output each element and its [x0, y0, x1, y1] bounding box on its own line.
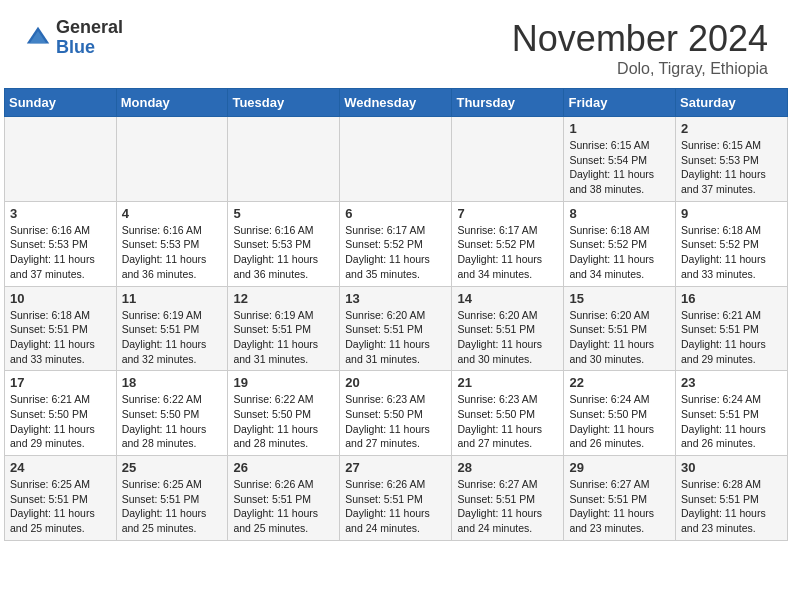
day-info: Sunrise: 6:18 AMSunset: 5:52 PMDaylight:…: [681, 223, 782, 282]
calendar-day-cell: 8Sunrise: 6:18 AMSunset: 5:52 PMDaylight…: [564, 201, 676, 286]
day-info: Sunrise: 6:17 AMSunset: 5:52 PMDaylight:…: [457, 223, 558, 282]
calendar-week-row: 1Sunrise: 6:15 AMSunset: 5:54 PMDaylight…: [5, 117, 788, 202]
calendar-day-cell: 13Sunrise: 6:20 AMSunset: 5:51 PMDayligh…: [340, 286, 452, 371]
day-info: Sunrise: 6:24 AMSunset: 5:51 PMDaylight:…: [681, 392, 782, 451]
calendar-day-cell: 12Sunrise: 6:19 AMSunset: 5:51 PMDayligh…: [228, 286, 340, 371]
calendar-day-cell: 14Sunrise: 6:20 AMSunset: 5:51 PMDayligh…: [452, 286, 564, 371]
day-info: Sunrise: 6:24 AMSunset: 5:50 PMDaylight:…: [569, 392, 670, 451]
day-number: 14: [457, 291, 558, 306]
calendar-day-cell: [452, 117, 564, 202]
calendar-day-cell: 23Sunrise: 6:24 AMSunset: 5:51 PMDayligh…: [676, 371, 788, 456]
day-number: 21: [457, 375, 558, 390]
calendar-wrap: Sunday Monday Tuesday Wednesday Thursday…: [0, 88, 792, 545]
calendar-day-cell: 7Sunrise: 6:17 AMSunset: 5:52 PMDaylight…: [452, 201, 564, 286]
calendar-day-cell: 11Sunrise: 6:19 AMSunset: 5:51 PMDayligh…: [116, 286, 228, 371]
day-info: Sunrise: 6:22 AMSunset: 5:50 PMDaylight:…: [233, 392, 334, 451]
calendar-day-cell: 1Sunrise: 6:15 AMSunset: 5:54 PMDaylight…: [564, 117, 676, 202]
day-number: 3: [10, 206, 111, 221]
day-number: 13: [345, 291, 446, 306]
day-number: 4: [122, 206, 223, 221]
day-info: Sunrise: 6:19 AMSunset: 5:51 PMDaylight:…: [233, 308, 334, 367]
day-number: 15: [569, 291, 670, 306]
day-info: Sunrise: 6:21 AMSunset: 5:51 PMDaylight:…: [681, 308, 782, 367]
calendar-table: Sunday Monday Tuesday Wednesday Thursday…: [4, 88, 788, 541]
calendar-day-cell: 2Sunrise: 6:15 AMSunset: 5:53 PMDaylight…: [676, 117, 788, 202]
title-block: November 2024 Dolo, Tigray, Ethiopia: [512, 18, 768, 78]
day-number: 9: [681, 206, 782, 221]
day-number: 23: [681, 375, 782, 390]
day-info: Sunrise: 6:16 AMSunset: 5:53 PMDaylight:…: [233, 223, 334, 282]
page-header: General Blue November 2024 Dolo, Tigray,…: [0, 0, 792, 88]
logo-icon: [24, 24, 52, 52]
location-subtitle: Dolo, Tigray, Ethiopia: [512, 60, 768, 78]
calendar-day-cell: [5, 117, 117, 202]
calendar-day-cell: 25Sunrise: 6:25 AMSunset: 5:51 PMDayligh…: [116, 456, 228, 541]
day-number: 28: [457, 460, 558, 475]
day-number: 27: [345, 460, 446, 475]
logo: General Blue: [24, 18, 123, 58]
col-saturday: Saturday: [676, 89, 788, 117]
calendar-day-cell: 24Sunrise: 6:25 AMSunset: 5:51 PMDayligh…: [5, 456, 117, 541]
day-number: 11: [122, 291, 223, 306]
day-number: 17: [10, 375, 111, 390]
calendar-day-cell: 20Sunrise: 6:23 AMSunset: 5:50 PMDayligh…: [340, 371, 452, 456]
day-info: Sunrise: 6:16 AMSunset: 5:53 PMDaylight:…: [122, 223, 223, 282]
day-info: Sunrise: 6:15 AMSunset: 5:53 PMDaylight:…: [681, 138, 782, 197]
day-number: 1: [569, 121, 670, 136]
day-info: Sunrise: 6:23 AMSunset: 5:50 PMDaylight:…: [345, 392, 446, 451]
calendar-day-cell: 28Sunrise: 6:27 AMSunset: 5:51 PMDayligh…: [452, 456, 564, 541]
day-info: Sunrise: 6:17 AMSunset: 5:52 PMDaylight:…: [345, 223, 446, 282]
calendar-day-cell: 5Sunrise: 6:16 AMSunset: 5:53 PMDaylight…: [228, 201, 340, 286]
day-info: Sunrise: 6:26 AMSunset: 5:51 PMDaylight:…: [345, 477, 446, 536]
logo-blue-text: Blue: [56, 38, 123, 58]
calendar-day-cell: 16Sunrise: 6:21 AMSunset: 5:51 PMDayligh…: [676, 286, 788, 371]
calendar-week-row: 10Sunrise: 6:18 AMSunset: 5:51 PMDayligh…: [5, 286, 788, 371]
day-number: 2: [681, 121, 782, 136]
day-info: Sunrise: 6:28 AMSunset: 5:51 PMDaylight:…: [681, 477, 782, 536]
calendar-day-cell: 10Sunrise: 6:18 AMSunset: 5:51 PMDayligh…: [5, 286, 117, 371]
calendar-week-row: 17Sunrise: 6:21 AMSunset: 5:50 PMDayligh…: [5, 371, 788, 456]
calendar-day-cell: 18Sunrise: 6:22 AMSunset: 5:50 PMDayligh…: [116, 371, 228, 456]
day-number: 30: [681, 460, 782, 475]
day-info: Sunrise: 6:23 AMSunset: 5:50 PMDaylight:…: [457, 392, 558, 451]
col-monday: Monday: [116, 89, 228, 117]
calendar-day-cell: [340, 117, 452, 202]
calendar-day-cell: 27Sunrise: 6:26 AMSunset: 5:51 PMDayligh…: [340, 456, 452, 541]
day-info: Sunrise: 6:20 AMSunset: 5:51 PMDaylight:…: [345, 308, 446, 367]
day-info: Sunrise: 6:27 AMSunset: 5:51 PMDaylight:…: [569, 477, 670, 536]
day-info: Sunrise: 6:15 AMSunset: 5:54 PMDaylight:…: [569, 138, 670, 197]
day-number: 25: [122, 460, 223, 475]
day-info: Sunrise: 6:19 AMSunset: 5:51 PMDaylight:…: [122, 308, 223, 367]
calendar-day-cell: 15Sunrise: 6:20 AMSunset: 5:51 PMDayligh…: [564, 286, 676, 371]
day-number: 29: [569, 460, 670, 475]
day-info: Sunrise: 6:22 AMSunset: 5:50 PMDaylight:…: [122, 392, 223, 451]
day-info: Sunrise: 6:16 AMSunset: 5:53 PMDaylight:…: [10, 223, 111, 282]
calendar-day-cell: 29Sunrise: 6:27 AMSunset: 5:51 PMDayligh…: [564, 456, 676, 541]
calendar-day-cell: 21Sunrise: 6:23 AMSunset: 5:50 PMDayligh…: [452, 371, 564, 456]
day-info: Sunrise: 6:20 AMSunset: 5:51 PMDaylight:…: [457, 308, 558, 367]
day-number: 22: [569, 375, 670, 390]
month-title: November 2024: [512, 18, 768, 60]
calendar-day-cell: 26Sunrise: 6:26 AMSunset: 5:51 PMDayligh…: [228, 456, 340, 541]
calendar-day-cell: [228, 117, 340, 202]
day-number: 19: [233, 375, 334, 390]
header-row: Sunday Monday Tuesday Wednesday Thursday…: [5, 89, 788, 117]
calendar-day-cell: [116, 117, 228, 202]
calendar-day-cell: 19Sunrise: 6:22 AMSunset: 5:50 PMDayligh…: [228, 371, 340, 456]
calendar-day-cell: 22Sunrise: 6:24 AMSunset: 5:50 PMDayligh…: [564, 371, 676, 456]
day-info: Sunrise: 6:27 AMSunset: 5:51 PMDaylight:…: [457, 477, 558, 536]
col-sunday: Sunday: [5, 89, 117, 117]
col-wednesday: Wednesday: [340, 89, 452, 117]
col-friday: Friday: [564, 89, 676, 117]
col-thursday: Thursday: [452, 89, 564, 117]
day-number: 24: [10, 460, 111, 475]
day-number: 5: [233, 206, 334, 221]
calendar-body: 1Sunrise: 6:15 AMSunset: 5:54 PMDaylight…: [5, 117, 788, 541]
calendar-day-cell: 30Sunrise: 6:28 AMSunset: 5:51 PMDayligh…: [676, 456, 788, 541]
calendar-day-cell: 3Sunrise: 6:16 AMSunset: 5:53 PMDaylight…: [5, 201, 117, 286]
day-info: Sunrise: 6:18 AMSunset: 5:51 PMDaylight:…: [10, 308, 111, 367]
calendar-week-row: 24Sunrise: 6:25 AMSunset: 5:51 PMDayligh…: [5, 456, 788, 541]
day-number: 26: [233, 460, 334, 475]
calendar-week-row: 3Sunrise: 6:16 AMSunset: 5:53 PMDaylight…: [5, 201, 788, 286]
day-number: 6: [345, 206, 446, 221]
